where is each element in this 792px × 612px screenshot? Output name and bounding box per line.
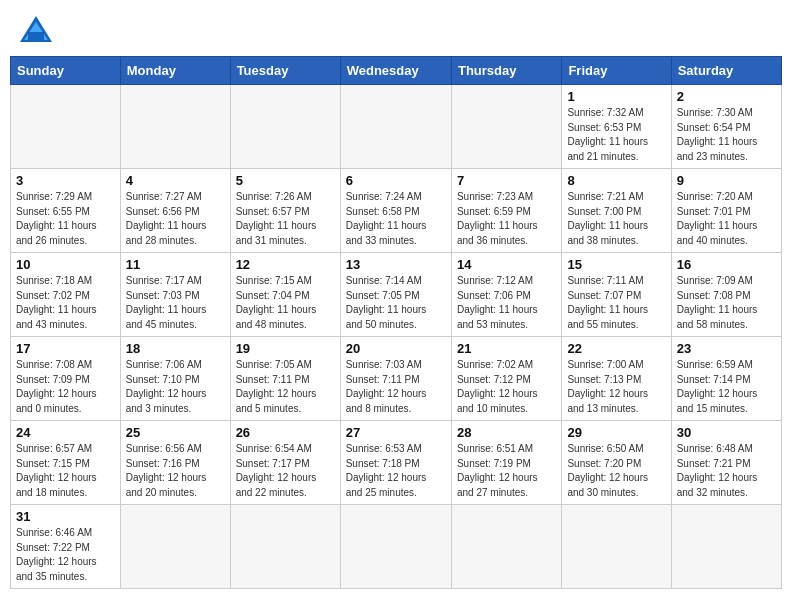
calendar-day-cell <box>340 85 451 169</box>
calendar-day-cell: 23Sunrise: 6:59 AM Sunset: 7:14 PM Dayli… <box>671 337 781 421</box>
calendar-day-cell: 24Sunrise: 6:57 AM Sunset: 7:15 PM Dayli… <box>11 421 121 505</box>
calendar-day-cell: 29Sunrise: 6:50 AM Sunset: 7:20 PM Dayli… <box>562 421 671 505</box>
day-number: 2 <box>677 89 776 104</box>
calendar-day-cell: 28Sunrise: 6:51 AM Sunset: 7:19 PM Dayli… <box>451 421 561 505</box>
page-header <box>10 10 782 50</box>
weekday-header-saturday: Saturday <box>671 57 781 85</box>
calendar-day-cell: 30Sunrise: 6:48 AM Sunset: 7:21 PM Dayli… <box>671 421 781 505</box>
day-info: Sunrise: 6:57 AM Sunset: 7:15 PM Dayligh… <box>16 442 115 500</box>
day-info: Sunrise: 6:53 AM Sunset: 7:18 PM Dayligh… <box>346 442 446 500</box>
day-info: Sunrise: 7:11 AM Sunset: 7:07 PM Dayligh… <box>567 274 665 332</box>
day-info: Sunrise: 6:59 AM Sunset: 7:14 PM Dayligh… <box>677 358 776 416</box>
calendar-day-cell <box>120 85 230 169</box>
calendar-day-cell: 31Sunrise: 6:46 AM Sunset: 7:22 PM Dayli… <box>11 505 121 589</box>
day-number: 7 <box>457 173 556 188</box>
day-number: 4 <box>126 173 225 188</box>
day-number: 3 <box>16 173 115 188</box>
calendar-day-cell: 16Sunrise: 7:09 AM Sunset: 7:08 PM Dayli… <box>671 253 781 337</box>
calendar-day-cell: 1Sunrise: 7:32 AM Sunset: 6:53 PM Daylig… <box>562 85 671 169</box>
day-info: Sunrise: 6:51 AM Sunset: 7:19 PM Dayligh… <box>457 442 556 500</box>
day-info: Sunrise: 7:23 AM Sunset: 6:59 PM Dayligh… <box>457 190 556 248</box>
calendar-day-cell: 7Sunrise: 7:23 AM Sunset: 6:59 PM Daylig… <box>451 169 561 253</box>
calendar-day-cell: 27Sunrise: 6:53 AM Sunset: 7:18 PM Dayli… <box>340 421 451 505</box>
calendar-day-cell: 4Sunrise: 7:27 AM Sunset: 6:56 PM Daylig… <box>120 169 230 253</box>
day-number: 13 <box>346 257 446 272</box>
calendar-day-cell <box>451 85 561 169</box>
calendar-day-cell: 9Sunrise: 7:20 AM Sunset: 7:01 PM Daylig… <box>671 169 781 253</box>
day-number: 29 <box>567 425 665 440</box>
day-number: 17 <box>16 341 115 356</box>
calendar-day-cell: 13Sunrise: 7:14 AM Sunset: 7:05 PM Dayli… <box>340 253 451 337</box>
calendar-week-row: 3Sunrise: 7:29 AM Sunset: 6:55 PM Daylig… <box>11 169 782 253</box>
calendar-day-cell <box>230 85 340 169</box>
day-number: 23 <box>677 341 776 356</box>
day-number: 15 <box>567 257 665 272</box>
day-info: Sunrise: 7:08 AM Sunset: 7:09 PM Dayligh… <box>16 358 115 416</box>
calendar-week-row: 10Sunrise: 7:18 AM Sunset: 7:02 PM Dayli… <box>11 253 782 337</box>
calendar-day-cell: 10Sunrise: 7:18 AM Sunset: 7:02 PM Dayli… <box>11 253 121 337</box>
calendar-day-cell <box>671 505 781 589</box>
calendar-week-row: 24Sunrise: 6:57 AM Sunset: 7:15 PM Dayli… <box>11 421 782 505</box>
day-number: 10 <box>16 257 115 272</box>
weekday-header-monday: Monday <box>120 57 230 85</box>
calendar-week-row: 17Sunrise: 7:08 AM Sunset: 7:09 PM Dayli… <box>11 337 782 421</box>
day-number: 8 <box>567 173 665 188</box>
weekday-header-thursday: Thursday <box>451 57 561 85</box>
day-number: 19 <box>236 341 335 356</box>
weekday-header-friday: Friday <box>562 57 671 85</box>
day-info: Sunrise: 7:03 AM Sunset: 7:11 PM Dayligh… <box>346 358 446 416</box>
day-info: Sunrise: 7:29 AM Sunset: 6:55 PM Dayligh… <box>16 190 115 248</box>
day-number: 24 <box>16 425 115 440</box>
day-info: Sunrise: 6:56 AM Sunset: 7:16 PM Dayligh… <box>126 442 225 500</box>
day-number: 27 <box>346 425 446 440</box>
day-number: 12 <box>236 257 335 272</box>
day-number: 9 <box>677 173 776 188</box>
weekday-header-wednesday: Wednesday <box>340 57 451 85</box>
calendar-day-cell <box>230 505 340 589</box>
day-info: Sunrise: 7:14 AM Sunset: 7:05 PM Dayligh… <box>346 274 446 332</box>
day-number: 31 <box>16 509 115 524</box>
day-info: Sunrise: 6:48 AM Sunset: 7:21 PM Dayligh… <box>677 442 776 500</box>
calendar-day-cell: 17Sunrise: 7:08 AM Sunset: 7:09 PM Dayli… <box>11 337 121 421</box>
calendar-day-cell <box>562 505 671 589</box>
calendar-table: SundayMondayTuesdayWednesdayThursdayFrid… <box>10 56 782 589</box>
day-number: 22 <box>567 341 665 356</box>
day-info: Sunrise: 7:20 AM Sunset: 7:01 PM Dayligh… <box>677 190 776 248</box>
weekday-header-tuesday: Tuesday <box>230 57 340 85</box>
day-info: Sunrise: 7:30 AM Sunset: 6:54 PM Dayligh… <box>677 106 776 164</box>
day-number: 16 <box>677 257 776 272</box>
day-info: Sunrise: 7:00 AM Sunset: 7:13 PM Dayligh… <box>567 358 665 416</box>
calendar-day-cell: 19Sunrise: 7:05 AM Sunset: 7:11 PM Dayli… <box>230 337 340 421</box>
calendar-day-cell: 11Sunrise: 7:17 AM Sunset: 7:03 PM Dayli… <box>120 253 230 337</box>
calendar-day-cell: 14Sunrise: 7:12 AM Sunset: 7:06 PM Dayli… <box>451 253 561 337</box>
calendar-week-row: 31Sunrise: 6:46 AM Sunset: 7:22 PM Dayli… <box>11 505 782 589</box>
calendar-day-cell <box>120 505 230 589</box>
day-info: Sunrise: 7:27 AM Sunset: 6:56 PM Dayligh… <box>126 190 225 248</box>
day-info: Sunrise: 7:18 AM Sunset: 7:02 PM Dayligh… <box>16 274 115 332</box>
day-number: 26 <box>236 425 335 440</box>
calendar-day-cell <box>11 85 121 169</box>
day-info: Sunrise: 6:46 AM Sunset: 7:22 PM Dayligh… <box>16 526 115 584</box>
day-number: 18 <box>126 341 225 356</box>
day-number: 1 <box>567 89 665 104</box>
calendar-day-cell: 2Sunrise: 7:30 AM Sunset: 6:54 PM Daylig… <box>671 85 781 169</box>
day-info: Sunrise: 7:24 AM Sunset: 6:58 PM Dayligh… <box>346 190 446 248</box>
weekday-header-row: SundayMondayTuesdayWednesdayThursdayFrid… <box>11 57 782 85</box>
day-number: 25 <box>126 425 225 440</box>
calendar-day-cell: 15Sunrise: 7:11 AM Sunset: 7:07 PM Dayli… <box>562 253 671 337</box>
day-number: 6 <box>346 173 446 188</box>
calendar-day-cell: 6Sunrise: 7:24 AM Sunset: 6:58 PM Daylig… <box>340 169 451 253</box>
day-info: Sunrise: 7:05 AM Sunset: 7:11 PM Dayligh… <box>236 358 335 416</box>
day-info: Sunrise: 7:15 AM Sunset: 7:04 PM Dayligh… <box>236 274 335 332</box>
calendar-day-cell <box>340 505 451 589</box>
day-info: Sunrise: 7:02 AM Sunset: 7:12 PM Dayligh… <box>457 358 556 416</box>
day-info: Sunrise: 7:21 AM Sunset: 7:00 PM Dayligh… <box>567 190 665 248</box>
generalblue-icon <box>18 14 54 46</box>
calendar-day-cell: 12Sunrise: 7:15 AM Sunset: 7:04 PM Dayli… <box>230 253 340 337</box>
logo <box>18 14 58 46</box>
day-number: 11 <box>126 257 225 272</box>
day-number: 14 <box>457 257 556 272</box>
day-info: Sunrise: 7:17 AM Sunset: 7:03 PM Dayligh… <box>126 274 225 332</box>
calendar-day-cell <box>451 505 561 589</box>
calendar-week-row: 1Sunrise: 7:32 AM Sunset: 6:53 PM Daylig… <box>11 85 782 169</box>
